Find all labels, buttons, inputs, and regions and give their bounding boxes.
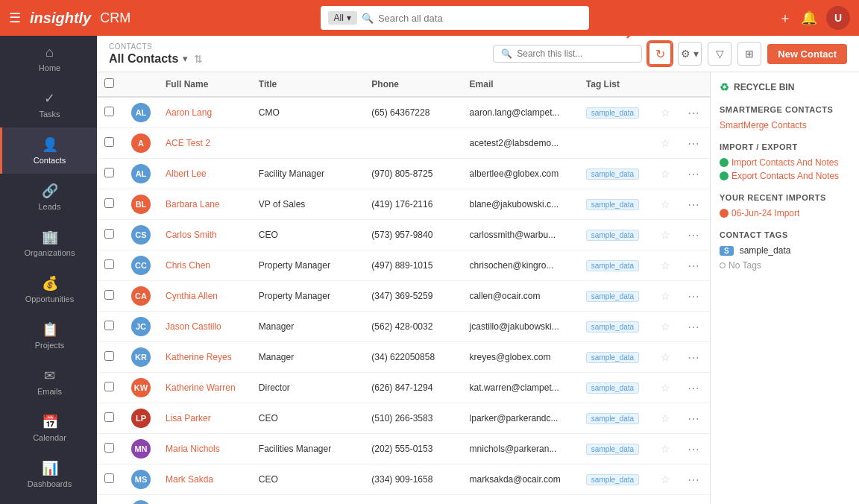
hamburger-menu[interactable]: ☰	[9, 10, 21, 26]
col-fullname[interactable]: Full Name	[158, 72, 251, 97]
columns-button[interactable]: ⊞	[737, 42, 761, 66]
star-icon[interactable]: ☆	[661, 229, 670, 241]
col-email[interactable]: Email	[462, 72, 579, 97]
row-checkbox[interactable]	[104, 137, 114, 147]
tag-badge[interactable]: sample_data	[586, 260, 639, 271]
sidebar-item-opportunities[interactable]: 💰 Opportunities	[0, 266, 97, 312]
star-icon[interactable]: ☆	[661, 137, 670, 149]
title-dropdown-icon[interactable]: ▾	[183, 53, 188, 64]
tag-badge[interactable]: sample_data	[586, 352, 639, 363]
more-icon[interactable]: ⋯	[687, 107, 699, 119]
more-icon[interactable]: ⋯	[687, 382, 699, 394]
contact-link[interactable]: ACE Test 2	[166, 138, 210, 148]
row-checkbox[interactable]	[104, 321, 114, 330]
tag-badge[interactable]: sample_data	[586, 168, 639, 180]
more-icon[interactable]: ⋯	[687, 137, 699, 150]
tag-badge[interactable]: sample_data	[586, 107, 639, 119]
tag-badge[interactable]: sample_data	[586, 230, 639, 241]
tag-badge[interactable]: sample_data	[586, 413, 639, 424]
contact-link[interactable]: Aaron Lang	[166, 107, 212, 118]
add-icon[interactable]: ＋	[778, 9, 792, 27]
tag-badge[interactable]: sample_data	[586, 291, 639, 302]
sidebar-item-leads[interactable]: 🔗 Leads	[0, 174, 97, 220]
sidebar-item-home[interactable]: ⌂ Home	[0, 36, 97, 81]
more-icon[interactable]: ⋯	[687, 259, 699, 272]
more-icon[interactable]: ⋯	[687, 229, 699, 242]
more-icon[interactable]: ⋯	[687, 443, 699, 456]
star-icon[interactable]: ☆	[661, 259, 670, 271]
star-icon[interactable]: ☆	[661, 168, 670, 180]
star-icon[interactable]: ☆	[661, 351, 670, 363]
list-search-input[interactable]	[517, 48, 634, 59]
contact-link[interactable]: Katherine Reyes	[166, 352, 232, 362]
col-taglist[interactable]: Tag List	[579, 72, 653, 97]
export-link[interactable]: Export Contacts And Notes	[720, 171, 850, 181]
row-checkbox[interactable]	[104, 168, 114, 177]
more-icon[interactable]: ⋯	[687, 321, 699, 333]
col-phone[interactable]: Phone	[364, 72, 462, 97]
col-title[interactable]: Title	[251, 72, 364, 97]
more-icon[interactable]: ⋯	[687, 168, 699, 180]
sidebar-item-organizations[interactable]: 🏢 Organizations	[0, 220, 97, 266]
contact-link[interactable]: Albert Lee	[166, 168, 207, 179]
row-checkbox[interactable]	[104, 198, 114, 208]
global-search-input[interactable]	[378, 13, 582, 24]
contact-link[interactable]: Maria Nichols	[166, 444, 220, 454]
contact-link[interactable]: Cynthia Allen	[166, 291, 218, 301]
star-icon[interactable]: ☆	[661, 473, 670, 485]
row-checkbox[interactable]	[104, 229, 114, 239]
smartmerge-link[interactable]: SmartMerge Contacts	[720, 120, 850, 130]
contact-link[interactable]: Lisa Parker	[166, 413, 211, 423]
tag-badge[interactable]: sample_data	[586, 321, 639, 333]
contact-link[interactable]: Jason Castillo	[166, 321, 221, 332]
row-checkbox[interactable]	[104, 443, 114, 453]
more-icon[interactable]: ⋯	[687, 412, 699, 425]
notification-icon[interactable]: 🔔	[801, 10, 817, 26]
row-checkbox[interactable]	[104, 412, 114, 422]
row-checkbox[interactable]	[104, 473, 114, 483]
star-icon[interactable]: ☆	[661, 412, 670, 424]
row-checkbox[interactable]	[104, 382, 114, 391]
filter-button[interactable]: ▽	[708, 42, 731, 66]
star-icon[interactable]: ☆	[661, 321, 670, 333]
new-contact-button[interactable]: New Contact	[767, 44, 847, 64]
tag-badge[interactable]: sample_data	[586, 474, 639, 485]
refresh-button[interactable]: ↻	[648, 42, 672, 66]
contact-link[interactable]: Katherine Warren	[166, 382, 236, 393]
filter-icon[interactable]: ⇅	[194, 53, 203, 65]
star-icon[interactable]: ☆	[661, 382, 670, 394]
tag-badge[interactable]: sample_data	[586, 444, 639, 455]
sidebar-item-tasks[interactable]: ✓ Tasks	[0, 81, 97, 127]
more-icon[interactable]: ⋯	[687, 198, 699, 211]
star-icon[interactable]: ☆	[661, 290, 670, 302]
select-all-checkbox[interactable]	[104, 78, 114, 88]
more-icon[interactable]: ⋯	[687, 290, 699, 303]
star-icon[interactable]: ☆	[661, 443, 670, 455]
row-checkbox[interactable]	[104, 107, 114, 116]
tag-badge[interactable]: sample_data	[586, 199, 639, 210]
sidebar-item-projects[interactable]: 📋 Projects	[0, 312, 97, 359]
contact-link[interactable]: Carlos Smith	[166, 230, 217, 240]
contact-link[interactable]: Chris Chen	[166, 260, 210, 271]
sidebar-item-emails[interactable]: ✉ Emails	[0, 359, 97, 405]
more-icon[interactable]: ⋯	[687, 473, 699, 486]
contact-link[interactable]: Barbara Lane	[166, 199, 220, 210]
user-avatar[interactable]: U	[826, 6, 850, 30]
tag-badge[interactable]: sample_data	[586, 382, 639, 394]
row-checkbox[interactable]	[104, 351, 114, 361]
recent-import-link[interactable]: 06-Jun-24 Import	[720, 208, 850, 218]
search-filter-dropdown[interactable]: All ▾	[328, 11, 357, 25]
sidebar-item-dashboards[interactable]: 📊 Dashboards	[0, 451, 97, 497]
row-checkbox[interactable]	[104, 290, 114, 300]
sidebar-item-reports[interactable]: 📈 Reports	[0, 497, 97, 504]
sidebar-item-calendar[interactable]: 📅 Calendar	[0, 405, 97, 451]
contact-link[interactable]: Mark Sakda	[166, 474, 213, 485]
settings-button[interactable]: ⚙ ▾	[678, 42, 702, 66]
import-link[interactable]: Import Contacts And Notes	[720, 157, 850, 168]
star-icon[interactable]: ☆	[661, 107, 670, 119]
sidebar-item-contacts[interactable]: 👤 Contacts	[0, 127, 97, 174]
row-checkbox[interactable]	[104, 259, 114, 269]
more-icon[interactable]: ⋯	[687, 351, 699, 364]
star-icon[interactable]: ☆	[661, 198, 670, 210]
tag-s-badge[interactable]: S	[720, 246, 734, 256]
